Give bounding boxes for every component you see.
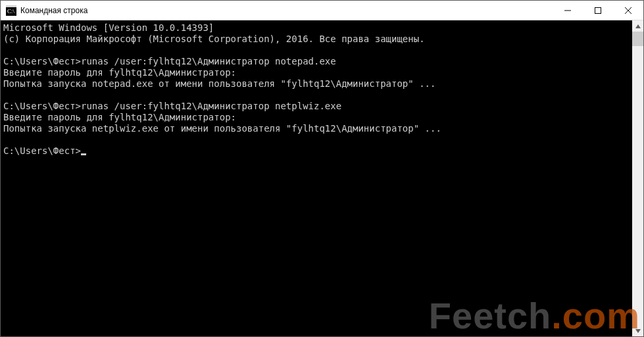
console-line [3, 90, 630, 101]
svg-marker-8 [635, 329, 641, 333]
command-prompt-window: C:\ Командная строка Microsoft Windows [… [0, 0, 644, 337]
console-line: Введите пароль для fylhtq12\Администрато… [3, 112, 630, 123]
text-cursor [81, 153, 86, 155]
console-line: Microsoft Windows [Version 10.0.14393] [3, 22, 630, 34]
console-area: Microsoft Windows [Version 10.0.14393](c… [1, 20, 643, 336]
svg-text:C:\: C:\ [7, 8, 15, 14]
console-line [3, 45, 630, 56]
console-prompt[interactable]: C:\Users\Фест> [3, 145, 630, 157]
scrollbar-track[interactable] [632, 32, 643, 325]
console-line: Попытка запуска netplwiz.exe от имени по… [3, 123, 630, 134]
window-controls [553, 1, 643, 20]
console-output[interactable]: Microsoft Windows [Version 10.0.14393](c… [1, 20, 632, 336]
console-line: Попытка запуска notepad.exe от имени пол… [3, 78, 630, 90]
prompt-text: C:\Users\Фест> [3, 145, 81, 156]
console-line: C:\Users\Фест>runas /user:fylhtq12\Админ… [3, 56, 630, 67]
console-line: (c) Корпорация Майкрософт (Microsoft Cor… [3, 34, 630, 45]
vertical-scrollbar[interactable] [632, 20, 643, 336]
console-line [3, 134, 630, 145]
window-title: Командная строка [20, 6, 553, 15]
minimize-button[interactable] [553, 1, 583, 20]
svg-rect-4 [595, 7, 601, 13]
close-button[interactable] [613, 1, 643, 20]
svg-marker-7 [635, 24, 641, 28]
scroll-up-button[interactable] [632, 20, 643, 32]
scroll-down-button[interactable] [632, 325, 643, 336]
scrollbar-thumb[interactable] [632, 32, 643, 46]
cmd-icon: C:\ [6, 5, 16, 16]
maximize-button[interactable] [583, 1, 613, 20]
titlebar[interactable]: C:\ Командная строка [1, 1, 643, 20]
svg-rect-1 [6, 5, 16, 7]
console-line: C:\Users\Фест>runas /user:fylhtq12\Админ… [3, 101, 630, 112]
console-line: Введите пароль для fylhtq12\Администрато… [3, 67, 630, 78]
